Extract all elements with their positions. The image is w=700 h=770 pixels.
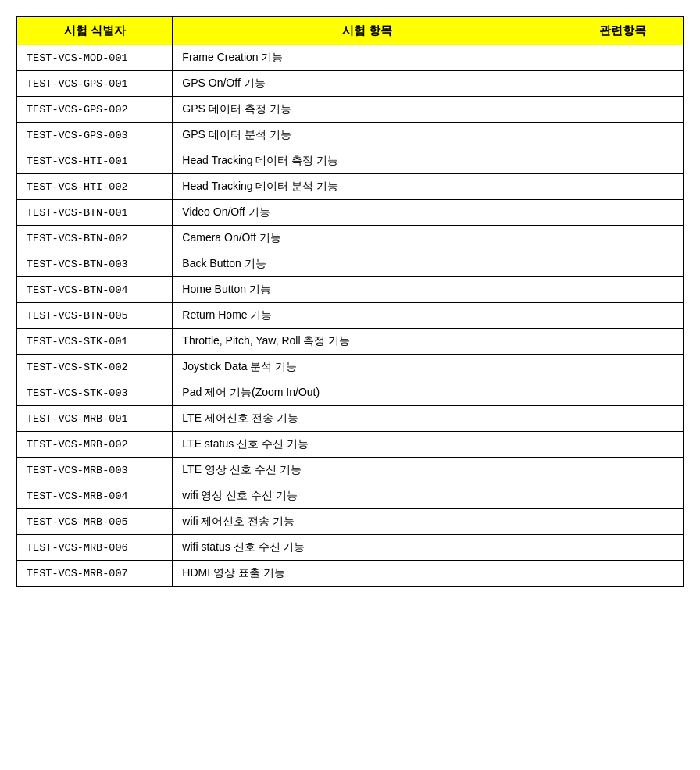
cell-related	[562, 251, 684, 277]
cell-test-item: wifi status 신호 수신 기능	[173, 535, 562, 561]
cell-related	[562, 200, 684, 226]
cell-related	[562, 380, 684, 406]
table-body: TEST-VCS-MOD-001Frame Creation 기능TEST-VC…	[16, 45, 684, 587]
cell-related	[562, 458, 684, 483]
cell-related	[562, 561, 684, 587]
cell-test-id: TEST-VCS-MRB-006	[16, 535, 173, 561]
cell-related	[562, 355, 684, 380]
table-row: TEST-VCS-MOD-001Frame Creation 기능	[16, 45, 684, 71]
cell-test-id: TEST-VCS-STK-001	[16, 329, 173, 355]
cell-test-item: LTE 영상 신호 수신 기능	[173, 458, 562, 483]
table-row: TEST-VCS-GPS-001GPS On/Off 기능	[16, 71, 684, 97]
cell-test-id: TEST-VCS-GPS-001	[16, 71, 173, 97]
cell-related	[562, 303, 684, 329]
main-container: 시험 식별자 시험 항목 관련항목 TEST-VCS-MOD-001Frame …	[16, 16, 684, 587]
header-id: 시험 식별자	[16, 16, 173, 45]
table-row: TEST-VCS-HTI-001Head Tracking 데이터 측정 기능	[16, 148, 684, 174]
cell-test-item: Head Tracking 데이터 분석 기능	[173, 174, 562, 200]
cell-test-id: TEST-VCS-MRB-002	[16, 432, 173, 458]
table-row: TEST-VCS-HTI-002Head Tracking 데이터 분석 기능	[16, 174, 684, 200]
cell-test-item: Pad 제어 기능(Zoom In/Out)	[173, 380, 562, 406]
table-row: TEST-VCS-STK-001Throttle, Pitch, Yaw, Ro…	[16, 329, 684, 355]
cell-test-id: TEST-VCS-MOD-001	[16, 45, 173, 71]
table-row: TEST-VCS-MRB-004wifi 영상 신호 수신 기능	[16, 483, 684, 509]
cell-test-item: GPS 데이터 분석 기능	[173, 123, 562, 148]
cell-related	[562, 406, 684, 432]
cell-related	[562, 174, 684, 200]
table-row: TEST-VCS-BTN-004Home Button 기능	[16, 277, 684, 303]
cell-related	[562, 483, 684, 509]
cell-test-item: wifi 제어신호 전송 기능	[173, 509, 562, 535]
cell-test-id: TEST-VCS-STK-003	[16, 380, 173, 406]
header-item: 시험 항목	[173, 16, 562, 45]
cell-test-item: Home Button 기능	[173, 277, 562, 303]
cell-test-id: TEST-VCS-HTI-002	[16, 174, 173, 200]
test-table: 시험 식별자 시험 항목 관련항목 TEST-VCS-MOD-001Frame …	[16, 16, 684, 587]
cell-related	[562, 535, 684, 561]
table-row: TEST-VCS-MRB-005wifi 제어신호 전송 기능	[16, 509, 684, 535]
cell-test-item: Return Home 기능	[173, 303, 562, 329]
cell-related	[562, 226, 684, 251]
cell-test-item: Throttle, Pitch, Yaw, Roll 측정 기능	[173, 329, 562, 355]
cell-test-id: TEST-VCS-MRB-007	[16, 561, 173, 587]
cell-test-id: TEST-VCS-BTN-001	[16, 200, 173, 226]
cell-test-item: Video On/Off 기능	[173, 200, 562, 226]
cell-test-id: TEST-VCS-MRB-005	[16, 509, 173, 535]
table-row: TEST-VCS-MRB-001LTE 제어신호 전송 기능	[16, 406, 684, 432]
cell-test-id: TEST-VCS-MRB-001	[16, 406, 173, 432]
cell-test-id: TEST-VCS-MRB-004	[16, 483, 173, 509]
table-row: TEST-VCS-STK-002Joystick Data 분석 기능	[16, 355, 684, 380]
cell-test-id: TEST-VCS-BTN-003	[16, 251, 173, 277]
cell-test-item: HDMI 영상 표출 기능	[173, 561, 562, 587]
cell-test-item: LTE status 신호 수신 기능	[173, 432, 562, 458]
cell-test-item: Joystick Data 분석 기능	[173, 355, 562, 380]
cell-test-item: Head Tracking 데이터 측정 기능	[173, 148, 562, 174]
cell-related	[562, 45, 684, 71]
cell-test-item: Frame Creation 기능	[173, 45, 562, 71]
cell-test-id: TEST-VCS-GPS-003	[16, 123, 173, 148]
cell-test-id: TEST-VCS-STK-002	[16, 355, 173, 380]
table-row: TEST-VCS-GPS-002GPS 데이터 측정 기능	[16, 97, 684, 123]
header-row: 시험 식별자 시험 항목 관련항목	[16, 16, 684, 45]
cell-test-id: TEST-VCS-HTI-001	[16, 148, 173, 174]
cell-related	[562, 277, 684, 303]
cell-related	[562, 71, 684, 97]
table-row: TEST-VCS-BTN-003Back Button 기능	[16, 251, 684, 277]
table-row: TEST-VCS-BTN-002Camera On/Off 기능	[16, 226, 684, 251]
cell-test-item: GPS On/Off 기능	[173, 71, 562, 97]
cell-test-id: TEST-VCS-BTN-005	[16, 303, 173, 329]
cell-test-item: LTE 제어신호 전송 기능	[173, 406, 562, 432]
table-row: TEST-VCS-MRB-002LTE status 신호 수신 기능	[16, 432, 684, 458]
table-row: TEST-VCS-GPS-003GPS 데이터 분석 기능	[16, 123, 684, 148]
cell-test-item: wifi 영상 신호 수신 기능	[173, 483, 562, 509]
table-row: TEST-VCS-BTN-005Return Home 기능	[16, 303, 684, 329]
cell-test-id: TEST-VCS-BTN-002	[16, 226, 173, 251]
cell-test-id: TEST-VCS-GPS-002	[16, 97, 173, 123]
cell-related	[562, 509, 684, 535]
cell-related	[562, 123, 684, 148]
cell-related	[562, 329, 684, 355]
cell-related	[562, 148, 684, 174]
table-row: TEST-VCS-MRB-007HDMI 영상 표출 기능	[16, 561, 684, 587]
table-row: TEST-VCS-MRB-006wifi status 신호 수신 기능	[16, 535, 684, 561]
table-row: TEST-VCS-MRB-003LTE 영상 신호 수신 기능	[16, 458, 684, 483]
cell-test-item: GPS 데이터 측정 기능	[173, 97, 562, 123]
cell-test-id: TEST-VCS-BTN-004	[16, 277, 173, 303]
header-related: 관련항목	[562, 16, 684, 45]
table-row: TEST-VCS-BTN-001Video On/Off 기능	[16, 200, 684, 226]
cell-related	[562, 97, 684, 123]
cell-related	[562, 432, 684, 458]
cell-test-id: TEST-VCS-MRB-003	[16, 458, 173, 483]
cell-test-item: Back Button 기능	[173, 251, 562, 277]
cell-test-item: Camera On/Off 기능	[173, 226, 562, 251]
table-row: TEST-VCS-STK-003Pad 제어 기능(Zoom In/Out)	[16, 380, 684, 406]
